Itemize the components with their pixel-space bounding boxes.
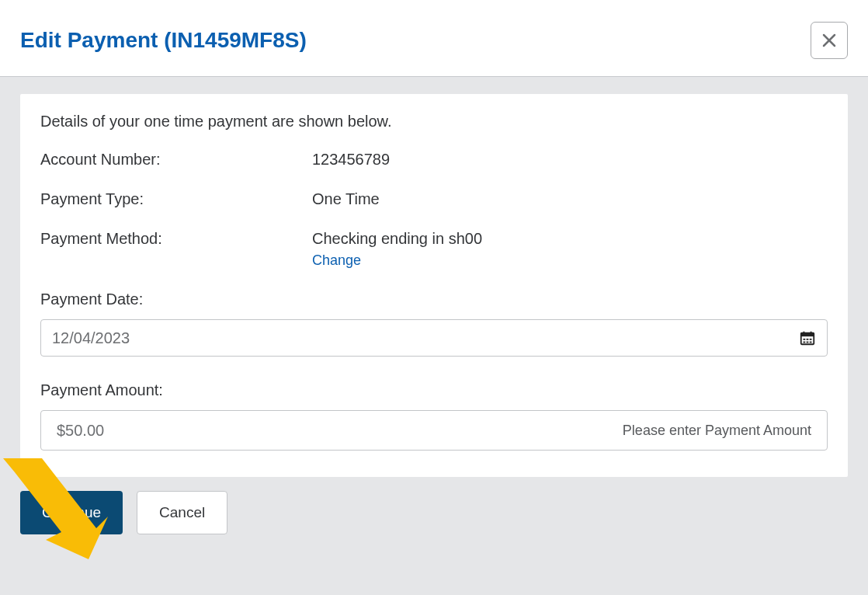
payment-type-row: Payment Type: One Time: [40, 190, 828, 208]
svg-rect-8: [810, 339, 812, 340]
payment-type-label: Payment Type:: [40, 190, 312, 208]
close-button[interactable]: [811, 22, 848, 59]
payment-date-label: Payment Date:: [40, 291, 828, 308]
modal-header: Edit Payment (IN1459MF8S): [0, 0, 868, 77]
payment-amount-group: Payment Amount: $50.00 Please enter Paym…: [40, 381, 828, 451]
modal-body: Details of your one time payment are sho…: [0, 77, 868, 491]
payment-date-field-wrap[interactable]: [40, 319, 828, 357]
modal-title: Edit Payment (IN1459MF8S): [20, 28, 307, 53]
svg-rect-10: [807, 342, 809, 343]
svg-rect-11: [810, 342, 812, 343]
svg-rect-3: [801, 333, 814, 337]
payment-method-label: Payment Method:: [40, 230, 312, 248]
payment-amount-value: $50.00: [57, 422, 104, 440]
payment-amount-hint: Please enter Payment Amount: [623, 423, 811, 439]
payment-method-row: Payment Method: Checking ending in sh00 …: [40, 230, 828, 269]
payment-amount-field-wrap[interactable]: $50.00 Please enter Payment Amount: [40, 410, 828, 451]
account-number-value: 123456789: [312, 151, 828, 169]
change-payment-method-link[interactable]: Change: [312, 252, 361, 269]
intro-text: Details of your one time payment are sho…: [40, 113, 828, 130]
svg-rect-6: [804, 339, 806, 340]
account-number-row: Account Number: 123456789: [40, 151, 828, 169]
payment-date-input[interactable]: [52, 329, 799, 347]
payment-date-group: Payment Date:: [40, 291, 828, 357]
payment-method-value: Checking ending in sh00: [312, 230, 828, 248]
svg-rect-7: [807, 339, 809, 340]
svg-rect-9: [804, 342, 806, 343]
calendar-icon: [799, 329, 816, 346]
cancel-button[interactable]: Cancel: [137, 491, 227, 534]
continue-button[interactable]: Continue: [20, 491, 123, 534]
close-icon: [820, 31, 838, 50]
payment-type-value: One Time: [312, 190, 828, 208]
modal-footer: Continue Cancel: [0, 491, 868, 555]
payment-details-card: Details of your one time payment are sho…: [20, 94, 848, 477]
payment-amount-label: Payment Amount:: [40, 381, 828, 399]
account-number-label: Account Number:: [40, 151, 312, 169]
